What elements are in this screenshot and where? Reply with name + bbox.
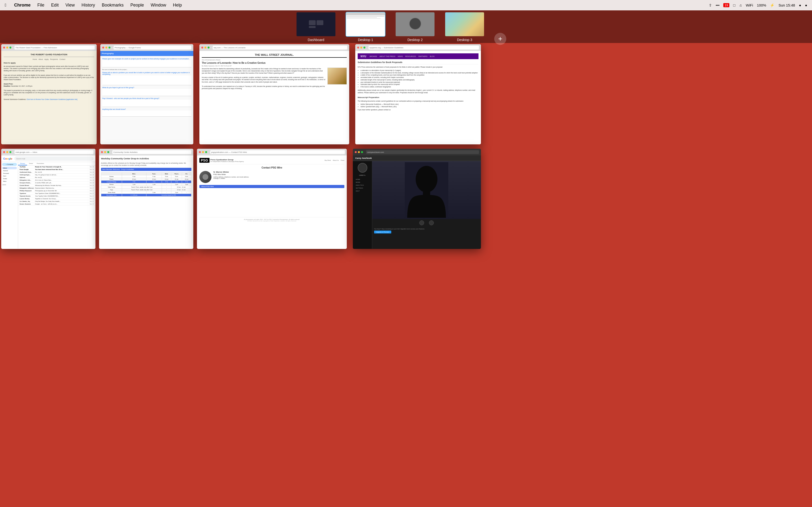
- gmail-tab-promotions[interactable]: Promotions: [35, 162, 46, 165]
- gmail-email-row[interactable]: Audiomack Emp... Re: me (3) Nov 18: [18, 171, 95, 174]
- psg-about-btn[interactable]: About PSG Wire: [199, 185, 344, 188]
- gmail-email-row[interactable]: Lin Jiamin, Joy Only Be Bridge: Our Dail…: [18, 200, 95, 203]
- gmail-email-row[interactable]: From Google You have been removed from N…: [18, 168, 95, 171]
- gmail-compose-button[interactable]: + Compose: [2, 163, 17, 166]
- maximize-button-gmail[interactable]: [9, 151, 11, 153]
- minimize-button-gmail[interactable]: [6, 151, 8, 153]
- upload-icon[interactable]: ⇧: [709, 3, 712, 7]
- carey-nav-home[interactable]: HOME: [355, 178, 370, 181]
- menubar-history[interactable]: History: [78, 3, 98, 8]
- gmail-email-row[interactable]: Susan, Suzanne Google - an Carry - will …: [18, 203, 95, 206]
- maximize-button-form[interactable]: [108, 47, 110, 49]
- window-robert-giard[interactable]: The Robert Giard Foundation — Free Admis…: [1, 44, 97, 145]
- gmail-tab-primary[interactable]: Primary: [18, 162, 27, 165]
- menubar-edit[interactable]: Edit: [48, 3, 62, 8]
- user-icon[interactable]: ●: [805, 3, 807, 7]
- psg-nav-wire[interactable]: About Us: [333, 160, 339, 161]
- gmail-nav-starred[interactable]: Starred: [2, 169, 17, 172]
- close-button-carey[interactable]: [355, 151, 357, 153]
- carey-nav-analytics[interactable]: ANALYTICS: [355, 184, 370, 187]
- gmail-email-row[interactable]: Groupon Deals... 3 months FREE with Lyft…: [18, 181, 95, 184]
- menubar:  Chrome File Edit View History Bookmark…: [0, 0, 812, 10]
- minimize-button-form[interactable]: [105, 47, 107, 49]
- url-bar-carey[interactable]: careyaverbook.com: [366, 150, 479, 154]
- window-nyu-press[interactable]: nyupress.org — Submission Guidelines NYU…: [355, 44, 481, 145]
- gmail-email-row[interactable]: Anthropologic... Hey, I'm going to have …: [18, 174, 95, 176]
- window-gmail[interactable]: mail.google.com — Inbox Google Search ma…: [1, 149, 95, 249]
- maximize-button-nyu[interactable]: [363, 47, 365, 49]
- desktop-thumb-dashboard[interactable]: Dashboard: [296, 12, 336, 42]
- search-icon[interactable]: ●: [799, 3, 801, 7]
- maximize-button[interactable]: [9, 47, 11, 49]
- menubar-file[interactable]: File: [34, 3, 48, 8]
- window-psg[interactable]: psgsyndication.com — Contact PSG Wire PS…: [197, 149, 347, 249]
- carey-upgrade-button[interactable]: Upgrade to Premium: [374, 231, 391, 233]
- carey-nav-help[interactable]: HELP: [355, 189, 370, 192]
- window-community-center[interactable]: Community Center Activities Weekday Comm…: [99, 149, 193, 249]
- gmail-email-row[interactable]: Cassie Brown Witnessing the Miracle: Fem…: [18, 184, 95, 187]
- close-button-psg[interactable]: [199, 151, 201, 153]
- menubar-view[interactable]: View: [62, 3, 78, 8]
- minimize-button-carey[interactable]: [358, 151, 360, 153]
- close-button[interactable]: [3, 47, 5, 49]
- gmail-nav-sent[interactable]: Sent: [2, 175, 17, 177]
- url-bar-form[interactable]: Photography — Google Forms: [114, 46, 191, 50]
- psg-nav-about[interactable]: Buy Book: [324, 160, 331, 161]
- menubar-bookmarks[interactable]: Bookmarks: [98, 3, 127, 8]
- maximize-button-psg[interactable]: [205, 151, 207, 153]
- gmail-nav-snoozed[interactable]: Snoozed: [2, 172, 17, 175]
- close-button-form[interactable]: [102, 47, 104, 49]
- url-bar-community[interactable]: Community Center Activities: [112, 150, 191, 154]
- maximize-button-wsj[interactable]: [208, 47, 209, 49]
- gmail-nav-inbox[interactable]: Inbox: [2, 167, 17, 169]
- window-wsj[interactable]: wsj.com — The Lessons of Leonardo THE WA…: [199, 44, 349, 145]
- minimize-button-wsj[interactable]: [204, 47, 206, 49]
- url-bar-psg[interactable]: psgsyndication.com — Contact PSG Wire: [210, 150, 345, 154]
- psg-nav-contact[interactable]: Press: [341, 160, 344, 161]
- notification-dots[interactable]: •••: [716, 3, 720, 7]
- gmail-email-row[interactable]: Delegation Jefferson Representation: Mac…: [18, 187, 95, 189]
- menubar-chrome[interactable]: Chrome: [11, 3, 34, 8]
- minimize-button-community[interactable]: [104, 151, 106, 153]
- maximize-button-community[interactable]: [107, 151, 109, 153]
- carey-nav-work[interactable]: WORK: [355, 181, 370, 184]
- gmail-email-row[interactable]: Delegation Job... Art in Lieu of: About …: [18, 179, 95, 181]
- gmail-search-bar[interactable]: Search mail: [14, 157, 94, 161]
- gmail-email-row[interactable]: Lauren Bosley Together is Channel: Our G…: [18, 198, 95, 200]
- gmail-nav-drafts[interactable]: Drafts: [2, 177, 17, 180]
- close-button-community[interactable]: [101, 151, 103, 153]
- carey-control-right[interactable]: [429, 220, 434, 225]
- window-photography-form[interactable]: Photography — Google Forms Photography P…: [100, 44, 193, 145]
- gmail-email-row[interactable]: Typeform Your Typeform Order 20199888970…: [18, 192, 95, 195]
- url-bar-nyu[interactable]: nyupress.org — Submission Guidelines: [368, 46, 479, 50]
- menubar-window[interactable]: Window: [147, 3, 169, 8]
- maximize-button-carey[interactable]: [361, 151, 363, 153]
- desktop-thumb-3[interactable]: Desktop 3: [445, 12, 485, 42]
- add-desktop-button[interactable]: +: [494, 33, 506, 45]
- url-bar-robert[interactable]: The Robert Giard Foundation — Free Admis…: [14, 46, 95, 50]
- url-bar-gmail[interactable]: mail.google.com — Inbox: [14, 150, 94, 154]
- carey-nav-settings[interactable]: SETTINGS: [355, 187, 370, 189]
- window-carey-averbook[interactable]: careyaverbook.com Carey Averbook CAREY A…: [353, 149, 481, 249]
- gmail-email-row[interactable]: Phillipe Rapoport Photography pg on Dece…: [18, 189, 95, 192]
- desktop-thumb-2[interactable]: Desktop 2: [395, 12, 435, 42]
- close-button-gmail[interactable]: [3, 151, 5, 153]
- gmail-email-row[interactable]: Sabreen Re: me (5) Nov 18: [18, 176, 95, 179]
- url-bar-wsj[interactable]: wsj.com — The Lessons of Leonardo: [213, 46, 347, 50]
- carey-control-left[interactable]: [419, 220, 424, 225]
- desktop-thumb-1[interactable]: Desktop 1: [346, 12, 386, 42]
- browser-chrome-bar-wsj: wsj.com — The Lessons of Leonardo: [199, 44, 349, 51]
- minimize-button[interactable]: [6, 47, 8, 49]
- apple-menu[interactable]: : [5, 3, 6, 8]
- menubar-people[interactable]: People: [127, 3, 147, 8]
- gmail-email-row[interactable]: Tipeevly Events Your Typefly Order 20199…: [18, 195, 95, 198]
- close-button-wsj[interactable]: [201, 47, 203, 49]
- minimize-button-psg[interactable]: [202, 151, 204, 153]
- gmail-tab-social[interactable]: Social: [27, 162, 35, 165]
- gmail-email-row[interactable]: YouTube Ready for Your Channels in Googl…: [18, 166, 95, 168]
- close-button-nyu[interactable]: [357, 47, 359, 49]
- minimize-button-nyu[interactable]: [360, 47, 362, 49]
- power-icon: ⚡: [770, 3, 774, 7]
- menubar-help[interactable]: Help: [169, 3, 185, 8]
- gmail-nav-more[interactable]: More: [2, 180, 17, 182]
